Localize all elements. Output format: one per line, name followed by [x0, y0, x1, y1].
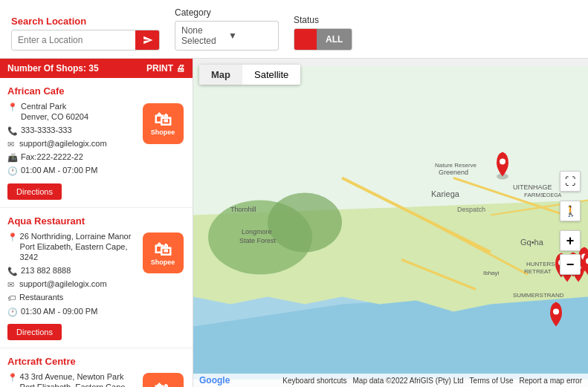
svg-text:RETREAT: RETREAT [524, 268, 552, 275]
svg-text:Kariega: Kariega [431, 189, 460, 198]
store-details: 📍 Central ParkDenver, CO 60204 📞 333-333… [7, 101, 185, 200]
svg-text:State Forest: State Forest [239, 237, 277, 244]
phone-icon: 📞 [7, 126, 18, 136]
svg-point-36 [553, 309, 559, 315]
status-red-indicator [294, 29, 317, 50]
keyboard-shortcuts-link[interactable]: Keyboard shortcuts [282, 377, 346, 385]
store-fax-row: 📠 Fax:222-2222-22 [7, 152, 135, 163]
store-item: Artcraft Centre 📍 43 3rd Avenue, Newton … [0, 348, 193, 387]
zoom-in-button[interactable]: + [560, 230, 581, 251]
top-bar: Search Location Category None Selected ▼… [0, 0, 588, 59]
svg-text:Despatch: Despatch [457, 206, 485, 213]
clock-icon: 🕐 [7, 166, 18, 176]
shopee-logo: 🛍 Shopee [143, 373, 184, 387]
category-select[interactable]: None Selected ▼ [175, 21, 279, 51]
store-phone-row: 📞 213 882 8888 [7, 265, 135, 276]
map-canvas: Kariega Despatch Gq•ha Ibhayi SUMMERSTRA… [193, 59, 588, 387]
store-category: Restaurants [19, 292, 63, 302]
store-category-row: 🏷 Restaurants [7, 292, 135, 303]
map-data-label: Map data ©2022 AfriGIS (Pty) Ltd [353, 377, 464, 385]
shopee-bag-icon: 🛍 [154, 241, 172, 258]
category-value: None Selected [181, 25, 225, 46]
store-item: African Cafe 📍 Central ParkDenver, CO 60… [0, 78, 193, 208]
store-hours-row: 🕐 01:00 AM - 07:00 PM [7, 165, 135, 176]
clock-icon: 🕐 [7, 307, 18, 317]
shopee-bag-icon: 🛍 [154, 111, 172, 129]
category-section: Category None Selected ▼ [175, 7, 279, 51]
store-item: Aqua Restaurant 📍 26 Northriding, Lorrai… [0, 208, 193, 348]
directions-button[interactable]: Directions [7, 183, 62, 200]
store-details: 📍 26 Northriding, Lorraine ManorPort Eli… [7, 231, 185, 340]
store-logo: 🛍 Shopee [140, 101, 185, 146]
directions-button[interactable]: Directions [7, 324, 62, 340]
print-icon: 🖨 [176, 63, 185, 74]
search-section: Search Location [11, 16, 160, 51]
svg-text:UITENHAGE: UITENHAGE [513, 183, 552, 191]
status-all-button[interactable]: ALL [317, 29, 352, 50]
store-email: support@agilelogix.com [19, 138, 107, 149]
store-phone-row: 📞 333-3333-333 [7, 125, 135, 136]
shopee-label: Shopee [151, 258, 175, 266]
map-tabs: Map Satellite [199, 65, 300, 85]
shop-count: Number Of Shops: 35 [7, 63, 99, 74]
shopee-logo: 🛍 Shopee [143, 103, 184, 144]
location-icon: 📍 [7, 232, 17, 242]
svg-text:FARMS: FARMS [524, 192, 545, 198]
store-info: 📍 Central ParkDenver, CO 60204 📞 333-333… [7, 101, 135, 200]
store-logo: 🛍 Shopee [140, 371, 185, 387]
map-footer: Google Keyboard shortcuts Map data ©2022… [193, 374, 588, 387]
email-icon: ✉ [7, 279, 16, 290]
map-area[interactable]: Map Satellite [193, 59, 588, 387]
svg-text:HUNTERS: HUNTERS [526, 261, 555, 267]
print-button[interactable]: PRINT 🖨 [146, 63, 185, 74]
store-phone: 333-3333-333 [21, 125, 72, 135]
category-icon: 🏷 [7, 293, 16, 303]
store-phone: 213 882 8888 [21, 265, 71, 276]
send-icon [143, 35, 153, 45]
phone-icon: 📞 [7, 266, 18, 276]
expand-button[interactable]: ⛶ [560, 171, 581, 192]
store-address: 26 Northriding, Lorraine ManorPort Eliza… [20, 231, 135, 263]
svg-point-5 [268, 193, 342, 253]
store-name[interactable]: Aqua Restaurant [7, 215, 185, 227]
store-email-row: ✉ support@agilelogix.com [7, 138, 135, 149]
status-buttons: ALL [294, 28, 352, 51]
search-label: Search Location [11, 16, 160, 27]
content-area: Number Of Shops: 35 PRINT 🖨 African Cafe… [0, 59, 588, 387]
print-label: PRINT [146, 63, 173, 74]
location-icon: 📍 [7, 372, 17, 383]
shopee-label: Shopee [151, 129, 175, 136]
sidebar-header: Number Of Shops: 35 PRINT 🖨 [0, 59, 193, 78]
sidebar: Number Of Shops: 35 PRINT 🖨 African Cafe… [0, 59, 193, 387]
store-fax: Fax:222-2222-22 [21, 152, 83, 162]
store-details: 📍 43 3rd Avenue, Newton ParkPort Elizabe… [7, 371, 185, 387]
store-address: 43 3rd Avenue, Newton ParkPort Elizabeth… [20, 371, 135, 387]
map-footer-links: Keyboard shortcuts Map data ©2022 AfriGI… [282, 377, 582, 385]
search-input[interactable] [12, 30, 135, 50]
svg-text:SUMMERSTRAND: SUMMERSTRAND [513, 292, 564, 299]
svg-text:COEGA: COEGA [543, 192, 562, 198]
store-address-row: 📍 43 3rd Avenue, Newton ParkPort Elizabe… [7, 371, 135, 387]
store-hours-row: 🕐 01:30 AM - 09:00 PM [7, 306, 135, 317]
main-container: Search Location Category None Selected ▼… [0, 0, 588, 387]
shopee-logo: 🛍 Shopee [143, 232, 184, 273]
zoom-out-button[interactable]: − [560, 254, 581, 275]
search-input-wrap [11, 30, 160, 51]
tab-satellite[interactable]: Satellite [242, 65, 300, 85]
report-link[interactable]: Report a map error [520, 377, 582, 385]
chevron-down-icon: ▼ [228, 30, 272, 41]
map-pin[interactable] [497, 152, 508, 180]
store-name[interactable]: Artcraft Centre [7, 356, 185, 367]
map-controls: ⛶ 🚶 + − [560, 171, 581, 275]
svg-text:Nature Reserve: Nature Reserve [435, 162, 477, 169]
location-icon: 📍 [7, 102, 18, 112]
store-info: 📍 26 Northriding, Lorraine ManorPort Eli… [7, 231, 135, 340]
tab-map[interactable]: Map [199, 65, 242, 85]
google-logo: Google [199, 375, 230, 386]
status-label: Status [294, 15, 352, 25]
store-name[interactable]: African Cafe [7, 85, 185, 97]
store-email: support@agilelogix.com [19, 279, 107, 289]
terms-link[interactable]: Terms of Use [470, 377, 514, 385]
search-button[interactable] [135, 30, 160, 50]
street-view-button[interactable]: 🚶 [560, 201, 581, 221]
